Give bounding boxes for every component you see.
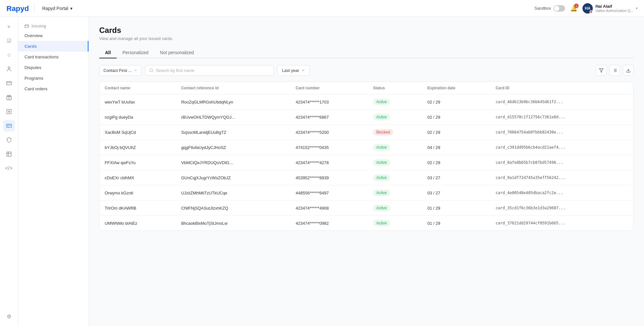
cell-ref-id: RooZqGLMRGshUbdqNLyn bbox=[176, 94, 290, 110]
sidebar-item-programs[interactable]: Programs bbox=[18, 73, 89, 84]
cell-ref-id: UJziiZMhMtiTzUTkUCqe bbox=[176, 185, 290, 201]
portal-label: Rapyd Portal bbox=[42, 6, 68, 11]
date-filter-chevron bbox=[301, 68, 305, 72]
cell-card-id: card_37621dd29744cf0591b665... bbox=[490, 216, 633, 231]
table-row[interactable]: Orwymx kGzntl UJziiZMhMtiTzUTkUCqe 44855… bbox=[100, 185, 633, 201]
home-icon[interactable]: ⌂ bbox=[3, 49, 15, 61]
tab-personalized[interactable]: Personalized bbox=[117, 47, 154, 58]
nav-right: Sandbox 🔔 1 HA Hai Alaif Valitor Authori… bbox=[534, 3, 638, 14]
date-filter-label: Last year bbox=[282, 68, 299, 73]
cell-status: Blocked bbox=[368, 125, 422, 140]
portal-selector[interactable]: Rapyd Portal ▾ bbox=[40, 5, 75, 12]
cell-card-number: 423474******6867 bbox=[291, 110, 368, 125]
table-row[interactable]: FFXIAw qwFsYu VbMCtQeJYRDUQoVDtG... 4234… bbox=[100, 155, 633, 170]
analytics-icon[interactable] bbox=[3, 148, 15, 160]
cell-expiry: 02 / 29 bbox=[422, 110, 491, 125]
gift-icon[interactable] bbox=[3, 92, 15, 103]
date-filter-dropdown[interactable]: Last year bbox=[277, 65, 310, 76]
cell-card-id: card_35cd1f6c36b3e1d3a29607... bbox=[490, 201, 633, 216]
cell-card-number: 474152******0435 bbox=[291, 140, 368, 155]
cell-contact-name: XacBsM SqUjCd bbox=[100, 125, 176, 140]
cell-card-id: card_4e00548e405dbaca2fc2e... bbox=[490, 185, 633, 201]
cell-status: Active bbox=[368, 155, 422, 170]
cell-contact-name: Orwymx kGzntl bbox=[100, 185, 176, 201]
portal-chevron: ▾ bbox=[70, 6, 72, 11]
cell-status: Active bbox=[368, 201, 422, 216]
dashboard-icon[interactable]: ☑ bbox=[3, 35, 15, 46]
tabs-row: All Personalized Not personalized bbox=[99, 47, 634, 58]
tab-all[interactable]: All bbox=[99, 47, 117, 58]
table-row[interactable]: nzgiPg dueyDa rBUvwOHLTDWQymYQGJ... 4234… bbox=[100, 110, 633, 125]
cell-card-number: 453952******8939 bbox=[291, 170, 368, 185]
table-row[interactable]: XacBsM SqUjCd SxjsscMLanidjEUuBgTZ 42347… bbox=[100, 125, 633, 140]
table-row[interactable]: cDoEXr cblhMX GUnCqjXJugrYzWsZObJZ 45395… bbox=[100, 170, 633, 185]
cell-ref-id: VbMCtQeJYRDUQoVDtG... bbox=[176, 155, 290, 170]
user-menu[interactable]: HA Hai Alaif Valitor Authorization Q... … bbox=[582, 3, 638, 14]
user-details: Hai Alaif Valitor Authorization Q... bbox=[595, 4, 633, 13]
main-content: Cards View and manage all your issued ca… bbox=[89, 17, 644, 326]
cell-expiry: 02 / 29 bbox=[422, 94, 491, 110]
sidebar-item-card-orders[interactable]: Card orders bbox=[18, 84, 89, 94]
col-expiry: Expiration date bbox=[422, 82, 491, 94]
sidebar-item-overview[interactable]: Overview bbox=[18, 30, 89, 41]
cell-ref-id: gqgFIlufaUydJyCJHoSZ bbox=[176, 140, 290, 155]
table-row[interactable]: TrlrOm dKAWRB CNtFNjSQASutJlzxhKZQ 42347… bbox=[100, 201, 633, 216]
table-row[interactable]: UMWNMo blAtEz BhcaokBlxMuTjStJmoLw 42347… bbox=[100, 216, 633, 231]
filter-actions bbox=[596, 65, 634, 76]
sidebar-item-cards[interactable]: Cards bbox=[18, 41, 89, 52]
cell-card-id: card_d15570c1f12756c7361e0d... bbox=[490, 110, 633, 125]
cell-expiry: 03 / 27 bbox=[422, 185, 491, 201]
cell-card-id: card_70664754ab0fbbb82430e... bbox=[490, 125, 633, 140]
settings-icon[interactable]: ⚙ bbox=[3, 311, 15, 322]
nav-section-issuing: Issuing bbox=[18, 22, 89, 30]
shield-icon[interactable] bbox=[3, 134, 15, 146]
cell-card-id: card_46db13b9bc36b645d61f2... bbox=[490, 94, 633, 110]
cell-card-id: card_c391dd95b6cb4acd21aef4... bbox=[490, 140, 633, 155]
cell-contact-name: nzgiPg dueyDa bbox=[100, 110, 176, 125]
svg-rect-9 bbox=[6, 124, 11, 128]
cards-active-icon[interactable] bbox=[3, 120, 15, 132]
cell-card-number: 423474******0982 bbox=[291, 216, 368, 231]
sort-icon-button[interactable] bbox=[609, 65, 620, 76]
tab-not-personalized[interactable]: Not personalized bbox=[154, 47, 200, 58]
svg-point-17 bbox=[150, 69, 153, 72]
contact-filter-label: Contact First ... bbox=[103, 68, 132, 73]
contact-filter-dropdown[interactable]: Contact First ... bbox=[99, 65, 142, 76]
cell-expiry: 04 / 29 bbox=[422, 140, 491, 155]
icon-sidebar: » ☑ ⌂ </> ⚙ bbox=[0, 17, 18, 326]
cell-contact-name: FFXIAw qwFsYu bbox=[100, 155, 176, 170]
cell-ref-id: CNtFNjSQASutJlzxhKZQ bbox=[176, 201, 290, 216]
notifications-bell[interactable]: 🔔 1 bbox=[570, 5, 577, 12]
cell-expiry: 01 / 29 bbox=[422, 216, 491, 231]
sandbox-label: Sandbox bbox=[534, 6, 551, 11]
cell-card-id: card_0afe8b65b7cb07bd57496... bbox=[490, 155, 633, 170]
col-contact-name: Contact name bbox=[100, 82, 176, 94]
sidebar-item-disputes[interactable]: Disputes bbox=[18, 62, 89, 73]
cell-status: Active bbox=[368, 185, 422, 201]
vault-icon[interactable] bbox=[3, 106, 15, 117]
table-row[interactable]: bYJbOj bQVUhZ gqgFIlufaUydJyCJHoSZ 47415… bbox=[100, 140, 633, 155]
card-issuing-icon[interactable] bbox=[3, 77, 15, 89]
cell-card-id: card_9a1df72d745a35eff56242... bbox=[490, 170, 633, 185]
collapse-icon[interactable]: » bbox=[3, 21, 15, 32]
cell-status: Active bbox=[368, 140, 422, 155]
svg-line-18 bbox=[152, 71, 153, 72]
sidebar-item-card-transactions[interactable]: Card transactions bbox=[18, 52, 89, 62]
cell-expiry: 02 / 29 bbox=[422, 125, 491, 140]
cell-ref-id: rBUvwOHLTDWQymYQGJ... bbox=[176, 110, 290, 125]
contacts-icon[interactable] bbox=[3, 63, 15, 75]
sandbox-switch[interactable] bbox=[553, 5, 565, 12]
search-box[interactable] bbox=[145, 65, 274, 76]
sandbox-toggle: Sandbox bbox=[534, 5, 565, 12]
user-menu-chevron: ▾ bbox=[636, 6, 638, 10]
download-icon-button[interactable] bbox=[623, 65, 634, 76]
col-card-number: Card number bbox=[291, 82, 368, 94]
search-input[interactable] bbox=[156, 68, 270, 73]
table-row[interactable]: wexYwT bUufax RooZqGLMRGshUbdqNLyn 42347… bbox=[100, 94, 633, 110]
col-status: Status bbox=[368, 82, 422, 94]
cell-expiry: 01 / 29 bbox=[422, 201, 491, 216]
cell-contact-name: wexYwT bUufax bbox=[100, 94, 176, 110]
code-icon[interactable]: </> bbox=[3, 163, 15, 174]
cell-card-number: 423474******5200 bbox=[291, 125, 368, 140]
filter-icon-button[interactable] bbox=[596, 65, 607, 76]
